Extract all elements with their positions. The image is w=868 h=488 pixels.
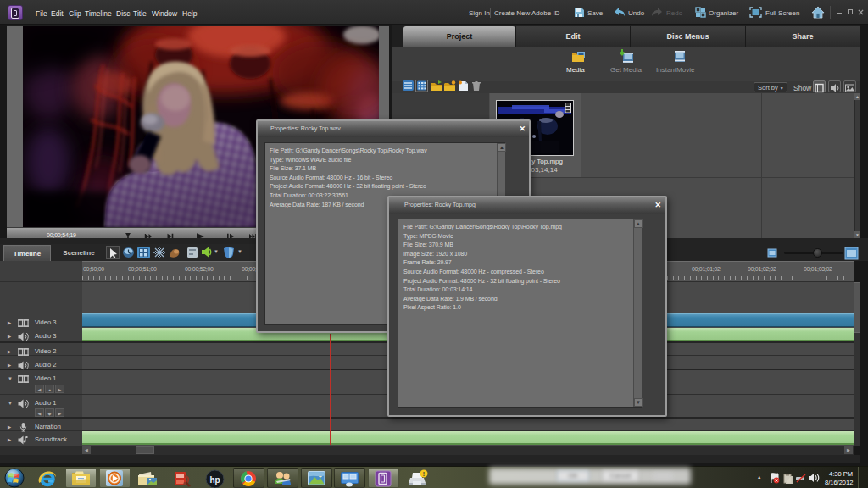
svg-text:hp: hp: [209, 475, 220, 485]
svg-text:!: !: [423, 471, 425, 477]
